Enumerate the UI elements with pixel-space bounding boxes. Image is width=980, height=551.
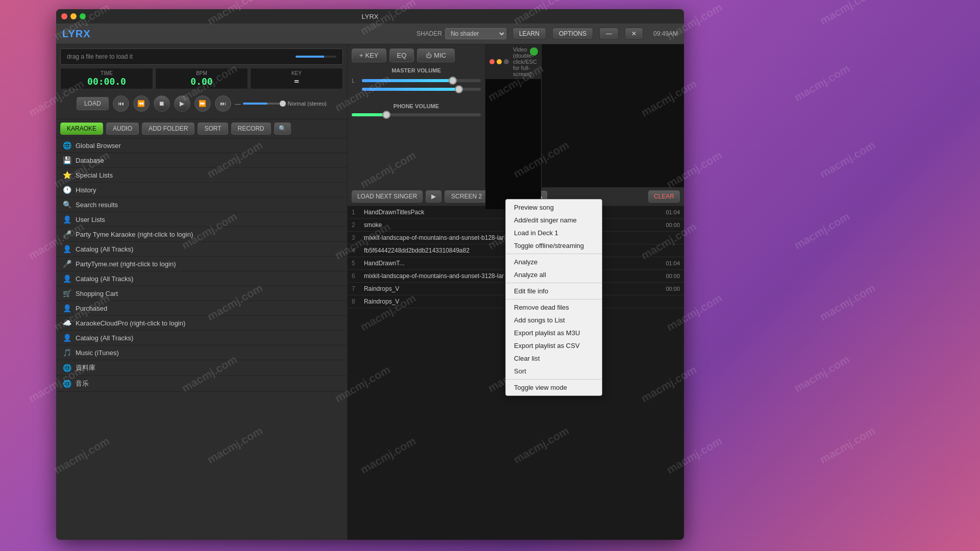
sidebar-item-11[interactable]: 👤Purchased bbox=[56, 301, 347, 316]
queue-duration-6: 00:00 bbox=[666, 286, 680, 292]
sidebar-item-16[interactable]: 🌐音乐 bbox=[56, 376, 347, 392]
close-win-button[interactable]: ✕ bbox=[625, 28, 643, 40]
sidebar-label-12: KaraokeCloudPro (right-click to login) bbox=[76, 319, 185, 327]
menu-item-1[interactable]: Add/edit singer name bbox=[506, 214, 602, 227]
queue-duration-5: 00:00 bbox=[666, 273, 680, 279]
key-button[interactable]: + KEY bbox=[352, 48, 386, 62]
eq-button[interactable]: EQ bbox=[389, 48, 414, 62]
sidebar-item-4[interactable]: 🔍Search results bbox=[56, 197, 347, 212]
sidebar-item-1[interactable]: 💾Database bbox=[56, 153, 347, 168]
sidebar-item-12[interactable]: ☁️KaraokeCloudPro (right-click to login) bbox=[56, 316, 347, 331]
options-button[interactable]: OPTIONS bbox=[552, 28, 593, 40]
search-icon-button[interactable]: 🔍 bbox=[274, 122, 291, 135]
sidebar-item-9[interactable]: 👤Catalog (All Tracks) bbox=[56, 271, 347, 286]
play-button[interactable]: ▶ bbox=[174, 95, 190, 112]
menu-item-5[interactable]: Analyze bbox=[506, 256, 602, 268]
fast-forward-button[interactable]: ⏩ bbox=[194, 95, 211, 112]
r-slider[interactable] bbox=[362, 88, 481, 91]
queue-num-3: 4 bbox=[352, 247, 361, 254]
sidebar-icon-13: 👤 bbox=[62, 334, 71, 342]
menu-item-14[interactable]: Clear list bbox=[506, 352, 602, 365]
stop-button[interactable]: ⏹ bbox=[154, 95, 170, 112]
sidebar-icon-14: 🎵 bbox=[62, 348, 71, 357]
left-panel: drag a file here to load it TIME 00:00.0… bbox=[56, 44, 348, 540]
drag-area[interactable]: drag a file here to load it bbox=[60, 48, 343, 65]
sidebar-item-15[interactable]: 🌐資料庫 bbox=[56, 360, 347, 376]
r-slider-fill bbox=[362, 88, 463, 91]
menu-item-10[interactable]: Remove dead files bbox=[506, 301, 602, 314]
sidebar-icon-5: 👤 bbox=[62, 215, 71, 223]
rewind-button[interactable]: ⏪ bbox=[133, 95, 150, 112]
prev-button[interactable]: ⏮ bbox=[113, 95, 129, 112]
minimize-win-button[interactable]: — bbox=[599, 28, 619, 40]
menu-separator-4 bbox=[506, 254, 602, 254]
sidebar-item-7[interactable]: 👤Catalog (All Tracks) bbox=[56, 242, 347, 257]
load-next-singer-button[interactable]: LOAD NEXT SINGER bbox=[352, 190, 423, 203]
sidebar-item-6[interactable]: 🎤Party Tyme Karaoke (right-click to logi… bbox=[56, 227, 347, 242]
shader-label: SHADER bbox=[416, 30, 442, 37]
sidebar-label-8: PartyTyme.net (right-click to login) bbox=[76, 260, 176, 268]
top-toolbar: LYRX SHADER No shader LEARN OPTIONS — ✕ … bbox=[56, 23, 684, 44]
r-slider-thumb[interactable] bbox=[455, 85, 463, 93]
load-button[interactable]: LOAD bbox=[77, 97, 109, 110]
sidebar-item-14[interactable]: 🎵Music (iTunes) bbox=[56, 345, 347, 360]
player-section: drag a file here to load it TIME 00:00.0… bbox=[56, 44, 347, 119]
karaoke-button[interactable]: KARAOKE bbox=[60, 122, 103, 135]
volume-thumb[interactable] bbox=[280, 101, 286, 107]
menu-item-15[interactable]: Sort bbox=[506, 365, 602, 378]
learn-button[interactable]: LEARN bbox=[512, 28, 546, 40]
menu-item-13[interactable]: Export playlist as CSV bbox=[506, 339, 602, 352]
add-folder-button[interactable]: ADD FOLDER bbox=[142, 122, 194, 135]
sidebar-item-2[interactable]: ⭐Special Lists bbox=[56, 168, 347, 183]
phone-slider-thumb[interactable] bbox=[382, 111, 390, 119]
video-max-dot[interactable] bbox=[504, 59, 509, 64]
sort-button[interactable]: SORT bbox=[198, 122, 228, 135]
maximize-button[interactable] bbox=[80, 13, 86, 19]
shader-select[interactable]: No shader bbox=[445, 28, 506, 39]
sidebar-item-5[interactable]: 👤User Lists bbox=[56, 212, 347, 227]
queue-num-1: 2 bbox=[352, 221, 361, 229]
next-button[interactable]: ⏭ bbox=[215, 95, 231, 112]
minimize-button[interactable] bbox=[70, 13, 77, 19]
menu-item-12[interactable]: Export playlist as M3U bbox=[506, 327, 602, 339]
sidebar-item-3[interactable]: 🕐History bbox=[56, 183, 347, 197]
output-monitor bbox=[541, 44, 684, 187]
sidebar-item-0[interactable]: 🌐Global Browser bbox=[56, 138, 347, 153]
menu-item-6[interactable]: Analyze all bbox=[506, 268, 602, 281]
browser-sidebar: 🌐Global Browser💾Database⭐Special Lists🕐H… bbox=[56, 138, 347, 540]
sidebar-item-8[interactable]: 🎤PartyTyme.net (right-click to login) bbox=[56, 257, 347, 271]
record-button[interactable]: RECORD bbox=[231, 122, 271, 135]
sidebar-item-13[interactable]: 👤Catalog (All Tracks) bbox=[56, 331, 347, 345]
sidebar-label-10: Shopping Cart bbox=[76, 290, 118, 297]
clear-queue-button[interactable]: CLEAR bbox=[648, 190, 680, 203]
menu-item-11[interactable]: Add songs to List bbox=[506, 314, 602, 327]
key-label: KEY bbox=[255, 70, 338, 76]
sidebar-icon-9: 👤 bbox=[62, 274, 71, 283]
play-queue-button[interactable]: ▶ bbox=[426, 190, 442, 203]
sidebar-label-14: Music (iTunes) bbox=[76, 349, 119, 357]
menu-item-17[interactable]: Toggle view mode bbox=[506, 381, 602, 394]
menu-item-8[interactable]: Edit file info bbox=[506, 285, 602, 297]
menu-separator-16 bbox=[506, 379, 602, 380]
audio-button[interactable]: AUDIO bbox=[106, 122, 139, 135]
video-area[interactable] bbox=[485, 79, 541, 209]
time-display: 09:49AM bbox=[653, 30, 678, 37]
video-close-dot[interactable] bbox=[489, 59, 495, 64]
menu-item-3[interactable]: Toggle offline/streaming bbox=[506, 239, 602, 252]
volume-track[interactable] bbox=[243, 103, 284, 105]
menu-item-2[interactable]: Load in Deck 1 bbox=[506, 227, 602, 239]
video-min-dot[interactable] bbox=[497, 59, 502, 64]
l-slider[interactable] bbox=[362, 79, 481, 82]
mic-button[interactable]: ⏻ MIC bbox=[417, 48, 455, 62]
sidebar-label-2: Special Lists bbox=[76, 171, 113, 179]
menu-item-0[interactable]: Preview song bbox=[506, 201, 602, 214]
key-box: KEY = bbox=[250, 68, 343, 89]
screen2-button[interactable]: SCREEN 2 bbox=[445, 190, 488, 203]
title-bar-buttons bbox=[61, 13, 86, 19]
l-slider-thumb[interactable] bbox=[449, 77, 457, 85]
phone-slider[interactable] bbox=[352, 113, 481, 116]
close-button[interactable] bbox=[61, 13, 67, 19]
transport-controls: LOAD ⏮ ⏪ ⏹ ▶ ⏩ ⏭ — bbox=[60, 92, 343, 115]
sidebar-item-10[interactable]: 🛒Shopping Cart bbox=[56, 286, 347, 301]
sidebar-label-5: User Lists bbox=[76, 216, 105, 223]
